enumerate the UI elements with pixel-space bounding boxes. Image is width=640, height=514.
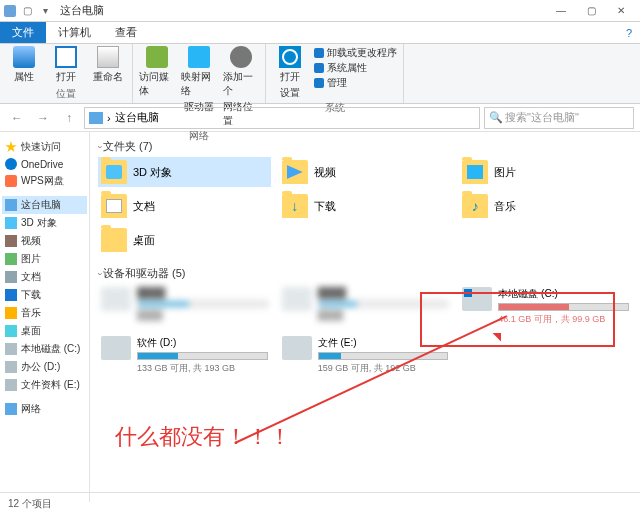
qat-btn[interactable]: ▢ bbox=[20, 4, 34, 18]
tab-computer[interactable]: 计算机 bbox=[46, 22, 103, 43]
address-bar: ← → ↑ › 这台电脑 🔍 搜索"这台电脑" bbox=[0, 104, 640, 132]
nav-drive-d[interactable]: 办公 (D:) bbox=[2, 358, 87, 376]
address-input[interactable]: › 这台电脑 bbox=[84, 107, 480, 129]
annotation-box bbox=[420, 292, 615, 347]
item-count: 12 个项目 bbox=[8, 497, 52, 511]
breadcrumb[interactable]: 这台电脑 bbox=[115, 110, 159, 125]
app-icon bbox=[4, 5, 16, 17]
properties-button[interactable]: 属性 bbox=[6, 46, 42, 84]
folders-header[interactable]: ›文件夹 (7) bbox=[98, 136, 632, 157]
folder-docs[interactable]: 文档 bbox=[98, 191, 271, 221]
nav-downloads[interactable]: 下载 bbox=[2, 286, 87, 304]
minimize-button[interactable]: — bbox=[546, 0, 576, 22]
open-settings-button[interactable]: 打开设置 bbox=[272, 46, 308, 100]
drive-d[interactable]: 软件 (D:)133 GB 可用, 共 193 GB bbox=[98, 333, 271, 378]
open-button[interactable]: 打开 bbox=[48, 46, 84, 84]
nav-quick-access[interactable]: 快速访问 bbox=[2, 138, 87, 156]
map-network-button[interactable]: 映射网络驱动器 bbox=[181, 46, 217, 114]
forward-button[interactable]: → bbox=[32, 107, 54, 129]
access-media-button[interactable]: 访问媒体 bbox=[139, 46, 175, 98]
group-label: 位置 bbox=[6, 86, 126, 101]
nav-3d[interactable]: 3D 对象 bbox=[2, 214, 87, 232]
ribbon: 属性 打开 重命名 位置 访问媒体 映射网络驱动器 添加一个网络位置 网络 打开… bbox=[0, 44, 640, 104]
status-bar: 12 个项目 bbox=[0, 492, 640, 514]
nav-desktop[interactable]: 桌面 bbox=[2, 322, 87, 340]
qat-btn[interactable]: ▾ bbox=[38, 4, 52, 18]
pc-icon bbox=[89, 112, 103, 124]
nav-this-pc[interactable]: 这台电脑 bbox=[2, 196, 87, 214]
content-pane: ›文件夹 (7) 3D 对象 视频 图片 文档 下载 音乐 桌面 ›设备和驱动器… bbox=[90, 132, 640, 502]
nav-drive-c[interactable]: 本地磁盘 (C:) bbox=[2, 340, 87, 358]
folder-desktop[interactable]: 桌面 bbox=[98, 225, 271, 255]
nav-videos[interactable]: 视频 bbox=[2, 232, 87, 250]
uninstall-button[interactable]: 卸载或更改程序 bbox=[314, 46, 397, 60]
annotation-text: 什么都没有！！！ bbox=[115, 422, 291, 452]
nav-docs[interactable]: 文档 bbox=[2, 268, 87, 286]
folder-videos[interactable]: 视频 bbox=[279, 157, 452, 187]
drive-hidden-1[interactable]: ████████ bbox=[98, 284, 271, 329]
ribbon-tabs: 文件 计算机 查看 ? bbox=[0, 22, 640, 44]
nav-pictures[interactable]: 图片 bbox=[2, 250, 87, 268]
tab-view[interactable]: 查看 bbox=[103, 22, 149, 43]
nav-network[interactable]: 网络 bbox=[2, 400, 87, 418]
nav-wps[interactable]: WPS网盘 bbox=[2, 172, 87, 190]
nav-drive-e[interactable]: 文件资料 (E:) bbox=[2, 376, 87, 394]
search-icon: 🔍 bbox=[489, 111, 503, 124]
close-button[interactable]: ✕ bbox=[606, 0, 636, 22]
folder-pictures[interactable]: 图片 bbox=[459, 157, 632, 187]
manage-button[interactable]: 管理 bbox=[314, 76, 397, 90]
quick-access-toolbar: ▢ ▾ bbox=[20, 4, 52, 18]
sysprops-button[interactable]: 系统属性 bbox=[314, 61, 397, 75]
rename-button[interactable]: 重命名 bbox=[90, 46, 126, 84]
back-button[interactable]: ← bbox=[6, 107, 28, 129]
nav-onedrive[interactable]: OneDrive bbox=[2, 156, 87, 172]
window-title: 这台电脑 bbox=[60, 3, 104, 18]
help-button[interactable]: ? bbox=[618, 22, 640, 43]
maximize-button[interactable]: ▢ bbox=[576, 0, 606, 22]
up-button[interactable]: ↑ bbox=[58, 107, 80, 129]
drives-header[interactable]: ›设备和驱动器 (5) bbox=[98, 263, 632, 284]
search-input[interactable]: 🔍 搜索"这台电脑" bbox=[484, 107, 634, 129]
title-bar: ▢ ▾ 这台电脑 — ▢ ✕ bbox=[0, 0, 640, 22]
folder-music[interactable]: 音乐 bbox=[459, 191, 632, 221]
folder-3d[interactable]: 3D 对象 bbox=[98, 157, 271, 187]
folder-downloads[interactable]: 下载 bbox=[279, 191, 452, 221]
tab-file[interactable]: 文件 bbox=[0, 22, 46, 43]
nav-pane: 快速访问 OneDrive WPS网盘 这台电脑 3D 对象 视频 图片 文档 … bbox=[0, 132, 90, 502]
nav-music[interactable]: 音乐 bbox=[2, 304, 87, 322]
